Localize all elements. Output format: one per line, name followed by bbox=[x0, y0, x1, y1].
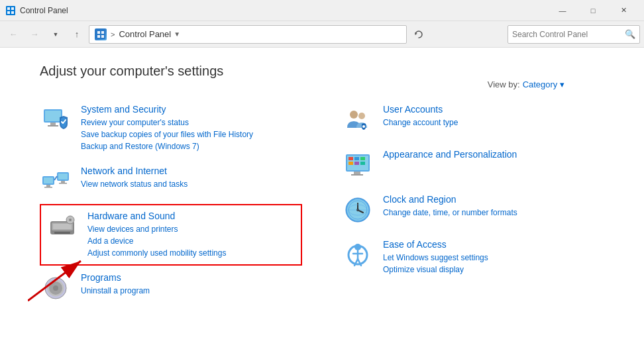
hardware-link-1[interactable]: View devices and printers bbox=[87, 223, 295, 235]
svg-rect-41 bbox=[349, 162, 353, 165]
minimize-button[interactable]: — bbox=[547, 0, 578, 21]
svg-rect-20 bbox=[61, 181, 65, 183]
svg-point-35 bbox=[362, 125, 365, 128]
hardware-link-2[interactable]: Add a device bbox=[87, 235, 295, 247]
left-column: System and Security Review your computer… bbox=[40, 97, 302, 311]
close-button[interactable]: ✕ bbox=[608, 0, 639, 21]
programs-link-1[interactable]: Uninstall a program bbox=[81, 285, 302, 297]
window-controls: — □ ✕ bbox=[547, 0, 639, 21]
svg-rect-1 bbox=[7, 7, 10, 10]
svg-point-34 bbox=[358, 113, 365, 119]
category-ease-access: Ease of Access Let Windows suggest setti… bbox=[342, 232, 604, 282]
system-security-link-3[interactable]: Backup and Restore (Windows 7) bbox=[81, 140, 302, 152]
svg-rect-16 bbox=[46, 185, 50, 187]
svg-rect-13 bbox=[48, 125, 58, 127]
svg-rect-39 bbox=[354, 157, 359, 160]
svg-point-33 bbox=[350, 111, 358, 119]
svg-rect-38 bbox=[349, 157, 353, 160]
clock-region-title[interactable]: Clock and Region bbox=[383, 194, 604, 205]
hardware-title[interactable]: Hardware and Sound bbox=[87, 211, 295, 221]
system-security-icon bbox=[40, 104, 72, 136]
address-bar-box[interactable]: > Control Panel ▼ bbox=[89, 25, 407, 44]
search-box[interactable]: 🔍 bbox=[508, 25, 640, 44]
network-link-1[interactable]: View network status and tasks bbox=[81, 178, 302, 190]
system-security-link-1[interactable]: Review your computer's status bbox=[81, 117, 302, 128]
svg-rect-17 bbox=[44, 187, 52, 188]
hardware-text: Hardware and Sound View devices and prin… bbox=[87, 211, 295, 259]
breadcrumb-arrow: > bbox=[111, 30, 115, 38]
ease-icon bbox=[342, 239, 374, 271]
viewby-label: View by: bbox=[488, 79, 520, 89]
svg-rect-45 bbox=[351, 174, 363, 176]
category-appearance: Appearance and Personalization bbox=[342, 142, 604, 187]
svg-rect-25 bbox=[53, 224, 72, 229]
svg-rect-42 bbox=[354, 162, 359, 165]
maximize-button[interactable]: □ bbox=[578, 0, 608, 21]
network-icon bbox=[40, 166, 72, 197]
user-accounts-icon bbox=[342, 104, 374, 136]
page-title: Adjust your computer's settings bbox=[40, 64, 604, 79]
back-button[interactable]: ← bbox=[4, 25, 23, 44]
right-column: User Accounts Change account type bbox=[342, 97, 604, 311]
category-user-accounts: User Accounts Change account type bbox=[342, 97, 604, 142]
svg-rect-6 bbox=[97, 31, 100, 34]
svg-rect-12 bbox=[50, 123, 56, 125]
clock-region-text: Clock and Region Change date, time, or n… bbox=[383, 194, 604, 219]
breadcrumb-text: Control Panel bbox=[119, 29, 171, 39]
ease-access-title[interactable]: Ease of Access bbox=[383, 239, 604, 250]
ease-access-text: Ease of Access Let Windows suggest setti… bbox=[383, 239, 604, 276]
system-security-text: System and Security Review your computer… bbox=[81, 104, 302, 152]
svg-rect-8 bbox=[97, 35, 100, 38]
search-icon-button[interactable]: 🔍 bbox=[625, 29, 635, 39]
network-title[interactable]: Network and Internet bbox=[81, 166, 302, 176]
svg-rect-44 bbox=[354, 172, 360, 174]
programs-title[interactable]: Programs bbox=[81, 272, 302, 283]
svg-rect-11 bbox=[45, 111, 61, 121]
hardware-icon bbox=[46, 211, 78, 242]
window-title: Control Panel bbox=[20, 6, 547, 15]
svg-rect-2 bbox=[11, 7, 14, 10]
up-button[interactable]: ↑ bbox=[68, 25, 86, 44]
address-icon bbox=[95, 28, 107, 40]
clock-icon bbox=[342, 194, 374, 226]
user-accounts-text: User Accounts Change account type bbox=[383, 104, 604, 128]
svg-point-28 bbox=[69, 219, 72, 221]
refresh-button[interactable] bbox=[409, 25, 428, 44]
appearance-title[interactable]: Appearance and Personalization bbox=[383, 149, 604, 160]
viewby-value[interactable]: Category ▾ bbox=[523, 79, 564, 89]
search-input[interactable] bbox=[512, 30, 625, 39]
svg-rect-40 bbox=[360, 157, 365, 160]
addressbar: ← → ▼ ↑ > Control Panel ▼ 🔍 bbox=[0, 21, 644, 48]
programs-icon bbox=[40, 272, 72, 304]
category-system-security: System and Security Review your computer… bbox=[40, 97, 302, 159]
view-by: View by: Category ▾ bbox=[488, 79, 564, 89]
hardware-link-3[interactable]: Adjust commonly used mobility settings bbox=[87, 247, 295, 259]
user-accounts-title[interactable]: User Accounts bbox=[383, 104, 604, 115]
categories-grid: System and Security Review your computer… bbox=[40, 97, 604, 311]
svg-rect-26 bbox=[54, 232, 70, 234]
clock-region-link-1[interactable]: Change date, time, or number formats bbox=[383, 207, 604, 219]
svg-rect-3 bbox=[7, 11, 10, 14]
category-hardware-sound: Hardware and Sound View devices and prin… bbox=[40, 204, 302, 266]
svg-rect-21 bbox=[59, 183, 67, 184]
titlebar: Control Panel — □ ✕ bbox=[0, 0, 644, 21]
forward-button[interactable]: → bbox=[25, 25, 44, 44]
system-security-link-2[interactable]: Save backup copies of your files with Fi… bbox=[81, 128, 302, 140]
ease-access-link-2[interactable]: Optimize visual display bbox=[383, 264, 604, 276]
programs-text: Programs Uninstall a program bbox=[81, 272, 302, 297]
svg-rect-15 bbox=[44, 178, 53, 183]
user-accounts-link-1[interactable]: Change account type bbox=[383, 117, 604, 128]
category-network-internet: Network and Internet View network status… bbox=[40, 159, 302, 204]
category-programs: Programs Uninstall a program bbox=[40, 266, 302, 311]
svg-rect-9 bbox=[101, 35, 104, 38]
category-clock-region: Clock and Region Change date, time, or n… bbox=[342, 187, 604, 232]
appearance-text: Appearance and Personalization bbox=[383, 149, 604, 162]
svg-rect-43 bbox=[360, 162, 365, 165]
appearance-icon bbox=[342, 149, 374, 181]
ease-access-link-1[interactable]: Let Windows suggest settings bbox=[383, 252, 604, 264]
content-area: Adjust your computer's settings View by:… bbox=[0, 48, 644, 327]
recent-locations-button[interactable]: ▼ bbox=[46, 25, 65, 44]
system-security-title[interactable]: System and Security bbox=[81, 104, 302, 115]
svg-rect-19 bbox=[58, 174, 68, 179]
app-icon bbox=[5, 5, 16, 16]
